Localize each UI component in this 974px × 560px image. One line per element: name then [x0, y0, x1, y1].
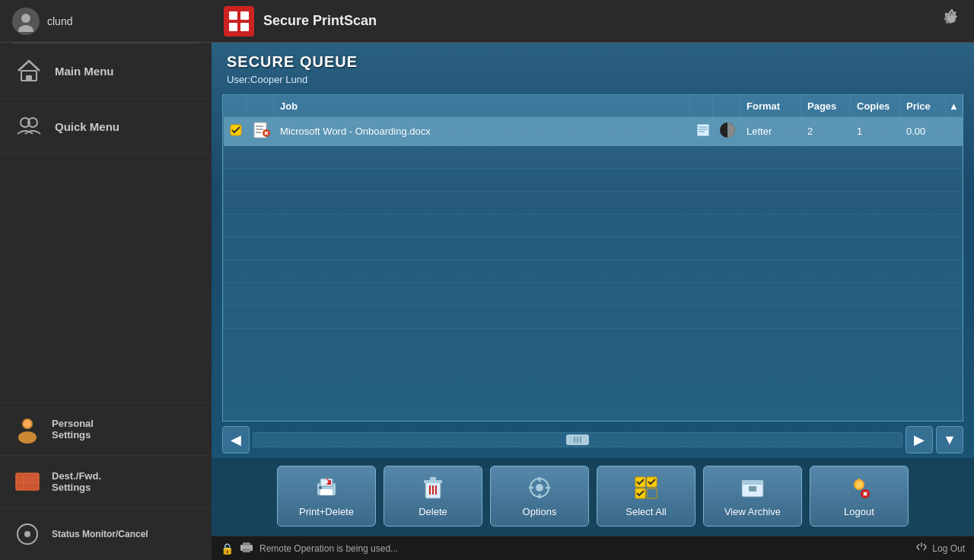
col-pages-header: Pages [801, 96, 851, 117]
svg-rect-60 [243, 549, 250, 552]
queue-user: User:Cooper Lund [227, 74, 959, 85]
sidebar-item-label-main-menu: Main Menu [55, 65, 114, 78]
cell-color-icon [713, 117, 740, 146]
table-row-empty [224, 283, 963, 306]
statusbar: 🔒 Remote Operation is being used... Log … [212, 536, 974, 560]
logout-label: Logout [844, 506, 874, 517]
scroll-down-btn[interactable]: ▼ [936, 426, 963, 453]
logout-button[interactable]: Logout [810, 466, 909, 527]
delete-icon [421, 476, 445, 503]
job-table: Job Format Pages Copies [223, 95, 963, 329]
table-row-empty [224, 192, 963, 215]
select-all-icon [634, 476, 658, 503]
queue-title: SECURE QUEUE [227, 53, 959, 71]
status-left: 🔒 Remote Operation is being used... [221, 542, 915, 555]
svg-rect-37 [424, 480, 442, 483]
col-scroll-header: ▲ [946, 96, 963, 117]
col-format-header: Format [740, 96, 801, 117]
hscroll-row: ◀ ▶ ▼ [212, 422, 974, 458]
svg-point-43 [536, 484, 543, 492]
svg-rect-23 [256, 126, 263, 127]
queue-header: SECURE QUEUE User:Cooper Lund [212, 43, 974, 88]
svg-rect-3 [26, 75, 32, 81]
logout-icon [847, 476, 871, 503]
svg-rect-34 [320, 489, 333, 495]
svg-point-8 [24, 420, 31, 428]
cell-format: Letter [740, 117, 801, 146]
svg-rect-10 [16, 473, 39, 490]
hscroll-track[interactable] [253, 432, 902, 447]
svg-rect-25 [256, 132, 261, 133]
cell-pages: 2 [801, 117, 851, 146]
col-price-header: Price [900, 96, 946, 117]
svg-point-35 [319, 486, 322, 489]
svg-point-0 [21, 14, 30, 23]
username: clund [47, 15, 72, 27]
svg-point-1 [18, 25, 33, 32]
job-table-container: Job Format Pages Copies [222, 94, 963, 422]
svg-rect-18 [229, 23, 237, 31]
sidebar-item-personal-settings[interactable]: Personal Settings [0, 402, 212, 455]
dest-fwd-icon [12, 466, 43, 497]
col-job-header: Job [274, 96, 690, 117]
select-all-button[interactable]: Select All [597, 466, 695, 527]
cell-job-icon [247, 117, 274, 146]
table-row-empty [224, 237, 963, 260]
cell-row-action [946, 117, 963, 146]
sidebar-item-main-menu[interactable]: Main Menu [0, 43, 212, 99]
cell-job-name: Microsoft Word - Onboarding.docx [274, 117, 690, 146]
sidebar-item-dest-fwd-settings[interactable]: Dest./Fwd. Settings [0, 455, 212, 508]
gear-icon[interactable] [942, 9, 962, 33]
table-row-empty [224, 306, 963, 329]
sidebar-item-status-monitor[interactable]: Status Monitor/Cancel [0, 508, 212, 560]
scroll-left-btn[interactable]: ◀ [222, 426, 250, 453]
cell-copies: 1 [851, 117, 900, 146]
scroll-right-btn[interactable]: ▶ [906, 426, 933, 453]
select-all-label: Select All [625, 506, 666, 517]
personal-settings-icon [12, 414, 43, 444]
delete-button[interactable]: Delete [384, 466, 482, 527]
svg-point-7 [18, 431, 37, 444]
status-right: Log Out [915, 541, 965, 555]
logout-status-icon [915, 541, 928, 555]
svg-rect-17 [240, 11, 249, 20]
table-row-empty [224, 146, 963, 169]
svg-rect-51 [647, 488, 657, 498]
sidebar-item-quick-menu[interactable]: Quick Menu [0, 99, 212, 154]
cell-check [224, 117, 247, 146]
table-header-row: Job Format Pages Copies [224, 96, 963, 117]
bottom-buttons: Print+Delete Delete [212, 458, 974, 536]
table-row[interactable]: Microsoft Word - Onboarding.docx [224, 117, 963, 146]
svg-rect-27 [697, 124, 709, 136]
personal-settings-label: Personal Settings [52, 418, 94, 441]
printer-status-icon [240, 542, 253, 555]
svg-rect-24 [256, 129, 263, 130]
table-row-empty [224, 215, 963, 237]
delete-label: Delete [419, 506, 447, 517]
lock-icon: 🔒 [221, 542, 234, 555]
col-icon3-header [713, 96, 740, 117]
user-header: clund [0, 0, 212, 43]
svg-rect-16 [229, 11, 237, 20]
svg-point-15 [24, 531, 30, 537]
svg-rect-54 [749, 486, 756, 492]
sidebar-item-label-quick-menu: Quick Menu [55, 120, 119, 133]
view-archive-icon [740, 476, 765, 503]
col-icon1-header [247, 96, 274, 117]
sidebar: clund Main Menu Quick Menu [0, 0, 212, 560]
remote-op-message: Remote Operation is being used... [259, 543, 398, 554]
options-button[interactable]: Options [490, 466, 589, 527]
svg-rect-53 [742, 480, 763, 485]
print-delete-button[interactable]: Print+Delete [277, 466, 376, 527]
col-icon2-header [690, 96, 713, 117]
app-title: Secure PrintScan [263, 13, 942, 29]
dest-fwd-settings-label: Dest./Fwd. Settings [52, 470, 101, 493]
options-icon [527, 476, 552, 503]
quick-menu-icon [12, 110, 46, 143]
svg-point-56 [855, 481, 863, 488]
cell-doc-icon [690, 117, 713, 146]
logout-status-label[interactable]: Log Out [932, 543, 965, 554]
scroll-up-btn[interactable]: ▲ [952, 100, 956, 112]
view-archive-button[interactable]: View Archive [703, 466, 802, 527]
table-row-empty [224, 260, 963, 283]
